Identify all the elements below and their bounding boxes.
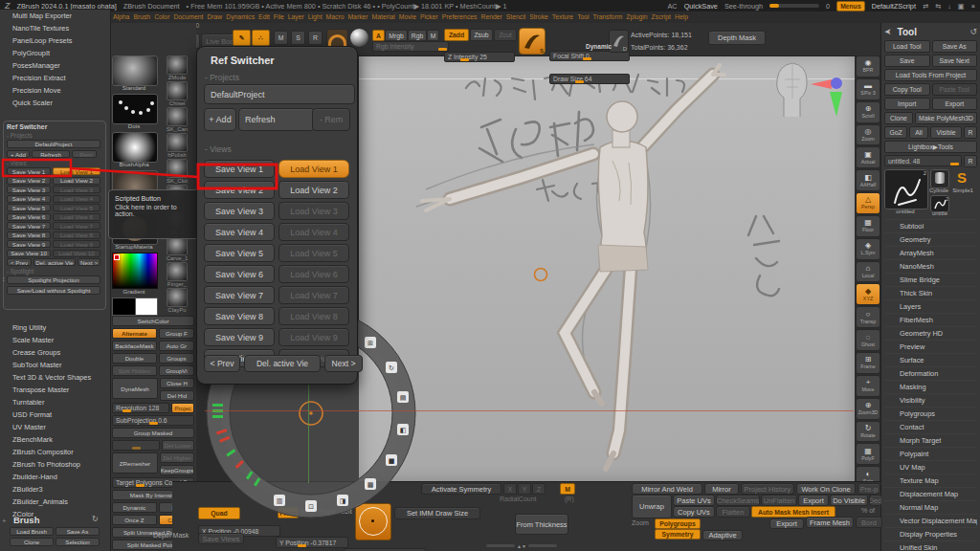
shelf-tool-button[interactable]: ▣ Actual [856, 146, 880, 168]
save-view-button[interactable]: Save View 1 [204, 160, 275, 178]
load-view-button[interactable]: Load View 5 [278, 244, 349, 262]
export-tool-button[interactable]: Export [932, 98, 978, 110]
zoom-label[interactable]: Zoom [632, 519, 649, 526]
panel-divider-handle[interactable]: ↕ [2, 276, 6, 282]
popup-prev-button[interactable]: < Prev [204, 355, 240, 372]
goz-all-button[interactable]: All [909, 126, 928, 139]
project-name-button[interactable]: DefaultProject [7, 140, 100, 148]
y-position-slider[interactable]: Y Position -0.37817 [276, 537, 348, 548]
doc-swap-icon[interactable]: ⇆ [935, 2, 941, 11]
menu-item[interactable]: Document [173, 13, 203, 20]
del-higher-button[interactable]: Del Higher [160, 452, 194, 463]
move-gizmo-button[interactable]: M [274, 31, 288, 45]
zplugin-item[interactable]: Precision Extract [0, 72, 110, 84]
from-thickness-button[interactable]: From Thickness [515, 514, 568, 535]
save-view-button[interactable]: Save View 6 [204, 265, 275, 283]
shelf-tool-button[interactable]: ◎ Zoom [856, 124, 880, 146]
activate-symmetry-button[interactable]: Activate Symmetry [421, 483, 501, 495]
slider-r-button[interactable]: R [964, 155, 977, 167]
save-as-brush-button[interactable]: Save As [56, 527, 100, 536]
zplugin-item[interactable]: PolyGroupIt [0, 47, 110, 59]
goz-r-button[interactable]: R [964, 126, 977, 139]
untitled-slider[interactable]: untitled. 48 [884, 155, 962, 166]
lightbox-tools-button[interactable]: Lightbox▶Tools [884, 141, 977, 153]
menu-item[interactable]: Zplugin [626, 13, 647, 20]
material-sphere[interactable] [350, 29, 368, 47]
switchcolor-button[interactable]: SwitchColor [112, 316, 194, 326]
active-tool-thumb[interactable]: 2 [884, 169, 928, 209]
menu-item[interactable]: Macro [326, 13, 345, 20]
save-view-button[interactable]: Save View 9 [7, 240, 51, 248]
save-view-button[interactable]: Save View 1 [7, 167, 51, 175]
m-chip[interactable]: M [427, 30, 439, 41]
tool-section-item[interactable]: Displacement Map [884, 487, 977, 500]
tool-section-item[interactable]: Deformation [884, 366, 977, 380]
zplugin-item[interactable]: Ring Utility [0, 321, 110, 334]
next-button[interactable]: Next > [78, 258, 100, 266]
menu-item[interactable]: Draw [207, 13, 222, 20]
load-view-button[interactable]: Load View 8 [278, 307, 349, 325]
menu-item[interactable]: Help [675, 13, 688, 20]
save-view-button[interactable]: Save View 10 [7, 250, 51, 257]
see-through-slider[interactable] [769, 4, 819, 8]
dynamic-label[interactable]: Dynamic [586, 43, 612, 50]
menu-item[interactable]: Transform [593, 13, 623, 20]
menu-item[interactable]: Color [154, 13, 169, 20]
save-views-button[interactable]: Save Views [198, 533, 244, 544]
rem-project-button[interactable]: - Rem [72, 150, 97, 158]
rotate-gizmo-button[interactable]: R [308, 31, 323, 45]
tool-section-item[interactable]: Geometry HD [884, 326, 977, 340]
shelf-tool-button[interactable]: ▦ Floor [856, 215, 880, 237]
unflatten-button[interactable]: UnFlatten [761, 495, 797, 506]
sym-z-chip[interactable]: Z [532, 483, 546, 495]
blur-slider[interactable] [112, 440, 160, 451]
load-tool-button[interactable]: Load Tool [884, 40, 930, 53]
tool-section-item[interactable]: Slime Bridge [884, 273, 977, 286]
mrgb-chip[interactable]: Mrgb [385, 30, 408, 41]
zplugin-item[interactable]: ZBenchMark [0, 433, 110, 446]
menu-item[interactable]: Brush [133, 13, 150, 20]
add-project-button[interactable]: + Add [7, 150, 30, 158]
brush-thumb-dots[interactable] [112, 94, 158, 124]
backfacemask-button[interactable]: BackfaceMask [112, 341, 157, 351]
dynamesh-button[interactable]: DynaMesh [112, 378, 158, 399]
zplugin-item[interactable]: Text 3D & Vector Shapes [0, 371, 110, 384]
tool-section-item[interactable]: Layers [884, 299, 977, 313]
load-view-button[interactable]: Load View 5 [53, 204, 100, 211]
menu-item[interactable]: Preferences [442, 13, 478, 20]
shelf-tool-button[interactable]: ⊕ Zoom3D [856, 398, 880, 420]
brush-palette-drag-icon[interactable]: + [2, 517, 7, 525]
split-hidden-button[interactable]: Split Hidden [112, 365, 157, 376]
zplugin-item[interactable]: Transpose Master [0, 384, 110, 396]
load-view-button[interactable]: Load View 3 [53, 186, 100, 193]
load-view-button[interactable]: Load View 6 [278, 265, 349, 283]
sym-x-chip[interactable]: X [503, 483, 517, 495]
menu-item[interactable]: Stencil [506, 13, 525, 20]
tool-section-item[interactable]: Masking [884, 380, 977, 393]
paste-tool-button[interactable]: Paste Tool [932, 83, 978, 96]
brush-thumb-standard[interactable] [112, 55, 158, 86]
load-view-button[interactable]: Load View 8 [53, 231, 100, 239]
brush-mini-thumb[interactable]: SK_Can [160, 107, 194, 132]
zplugin-item[interactable]: ZBuilder3 [0, 483, 110, 496]
groups-button[interactable]: Groups [159, 353, 194, 364]
tool-section-item[interactable]: Normal Map [884, 500, 977, 514]
unwrap-button[interactable]: Unwrap [632, 495, 672, 518]
tool-section-item[interactable]: Visibility [884, 393, 977, 407]
shelf-tool-button[interactable]: ◆ XYZ [856, 283, 880, 305]
tool-section-item[interactable]: Surface [884, 353, 977, 366]
zplugin-item[interactable]: NanoTile Textures [0, 22, 110, 34]
zplugin-item[interactable]: Zbuilder-Hand [0, 471, 110, 483]
load-view-button[interactable]: Load View 1 [53, 167, 100, 175]
shelf-tool-button[interactable]: ▬ SPix 3 [856, 78, 880, 100]
clone-brush-button[interactable]: Clone [10, 538, 54, 546]
polygroups-button[interactable]: Polygroups [655, 518, 701, 529]
popup-next-button[interactable]: Next > [324, 355, 363, 372]
load-view-button[interactable]: Load View 7 [53, 222, 100, 230]
load-view-button[interactable]: Load View 9 [53, 240, 100, 248]
mirror-button[interactable]: Mirror [704, 483, 739, 495]
popup-refresh-button[interactable]: Refresh [238, 108, 315, 131]
popup-rem-button[interactable]: - Rem [312, 108, 350, 131]
brush-mini-thumb[interactable]: ClayPo [160, 288, 194, 313]
menu-item[interactable]: Render [480, 13, 501, 20]
